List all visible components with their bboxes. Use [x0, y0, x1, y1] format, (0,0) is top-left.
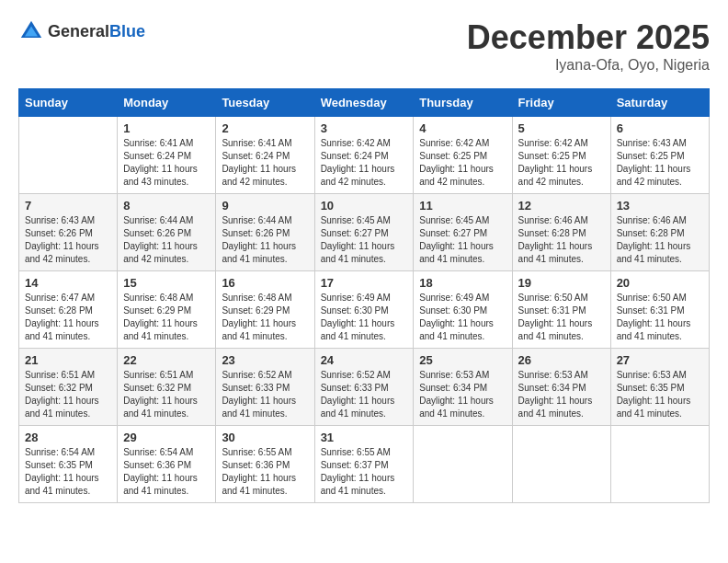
day-info: Sunrise: 6:50 AM Sunset: 6:31 PM Dayligh… [518, 292, 605, 343]
weekday-header-sunday: Sunday [19, 89, 118, 117]
month-title: December 2025 [467, 18, 710, 57]
calendar-cell: 25Sunrise: 6:53 AM Sunset: 6:34 PM Dayli… [414, 349, 512, 426]
day-info: Sunrise: 6:51 AM Sunset: 6:32 PM Dayligh… [25, 369, 111, 420]
calendar-table: SundayMondayTuesdayWednesdayThursdayFrid… [18, 88, 710, 503]
calendar-cell: 15Sunrise: 6:48 AM Sunset: 6:29 PM Dayli… [118, 271, 216, 349]
day-number: 12 [518, 199, 605, 213]
day-number: 15 [123, 276, 210, 290]
calendar-cell: 11Sunrise: 6:45 AM Sunset: 6:27 PM Dayli… [414, 194, 512, 271]
day-info: Sunrise: 6:42 AM Sunset: 6:25 PM Dayligh… [518, 137, 605, 189]
calendar-cell: 21Sunrise: 6:51 AM Sunset: 6:32 PM Dayli… [19, 349, 118, 426]
day-number: 13 [617, 199, 703, 213]
calendar-cell: 14Sunrise: 6:47 AM Sunset: 6:28 PM Dayli… [19, 271, 118, 349]
day-number: 22 [123, 353, 210, 367]
day-number: 2 [222, 121, 308, 135]
day-info: Sunrise: 6:49 AM Sunset: 6:30 PM Dayligh… [321, 292, 408, 343]
day-number: 17 [321, 276, 408, 290]
calendar-cell [414, 426, 512, 503]
day-info: Sunrise: 6:55 AM Sunset: 6:37 PM Dayligh… [321, 446, 408, 498]
day-number: 24 [321, 353, 408, 367]
calendar-cell [19, 117, 118, 194]
calendar-cell: 20Sunrise: 6:50 AM Sunset: 6:31 PM Dayli… [610, 271, 709, 349]
weekday-header-row: SundayMondayTuesdayWednesdayThursdayFrid… [19, 89, 710, 117]
calendar-cell: 8Sunrise: 6:44 AM Sunset: 6:26 PM Daylig… [118, 194, 216, 271]
day-number: 18 [419, 276, 506, 290]
day-info: Sunrise: 6:41 AM Sunset: 6:24 PM Dayligh… [123, 137, 210, 189]
calendar-week-row: 28Sunrise: 6:54 AM Sunset: 6:35 PM Dayli… [19, 426, 710, 503]
day-number: 25 [419, 353, 506, 367]
calendar-cell: 27Sunrise: 6:53 AM Sunset: 6:35 PM Dayli… [610, 349, 709, 426]
calendar-cell [512, 426, 610, 503]
day-number: 19 [518, 276, 605, 290]
day-number: 21 [25, 353, 111, 367]
day-info: Sunrise: 6:46 AM Sunset: 6:28 PM Dayligh… [518, 214, 605, 266]
calendar-week-row: 21Sunrise: 6:51 AM Sunset: 6:32 PM Dayli… [19, 349, 710, 426]
calendar-cell: 30Sunrise: 6:55 AM Sunset: 6:36 PM Dayli… [216, 426, 314, 503]
day-info: Sunrise: 6:45 AM Sunset: 6:27 PM Dayligh… [419, 214, 506, 266]
calendar-cell: 28Sunrise: 6:54 AM Sunset: 6:35 PM Dayli… [19, 426, 118, 503]
calendar-cell: 4Sunrise: 6:42 AM Sunset: 6:25 PM Daylig… [414, 117, 512, 194]
day-info: Sunrise: 6:53 AM Sunset: 6:35 PM Dayligh… [617, 369, 703, 420]
day-number: 23 [222, 353, 308, 367]
logo: GeneralBlue [18, 18, 145, 44]
location-title: Iyana-Ofa, Oyo, Nigeria [467, 57, 710, 74]
day-info: Sunrise: 6:44 AM Sunset: 6:26 PM Dayligh… [222, 214, 308, 266]
calendar-cell: 26Sunrise: 6:53 AM Sunset: 6:34 PM Dayli… [512, 349, 610, 426]
weekday-header-tuesday: Tuesday [216, 89, 314, 117]
day-number: 27 [617, 353, 703, 367]
weekday-header-friday: Friday [512, 89, 610, 117]
day-number: 11 [419, 199, 506, 213]
day-number: 28 [25, 431, 111, 444]
day-info: Sunrise: 6:42 AM Sunset: 6:25 PM Dayligh… [419, 137, 506, 189]
day-info: Sunrise: 6:46 AM Sunset: 6:28 PM Dayligh… [617, 214, 703, 266]
day-number: 3 [321, 121, 408, 135]
day-number: 7 [25, 199, 111, 213]
calendar-cell: 12Sunrise: 6:46 AM Sunset: 6:28 PM Dayli… [512, 194, 610, 271]
calendar-cell: 22Sunrise: 6:51 AM Sunset: 6:32 PM Dayli… [118, 349, 216, 426]
day-info: Sunrise: 6:54 AM Sunset: 6:35 PM Dayligh… [25, 446, 111, 498]
day-info: Sunrise: 6:43 AM Sunset: 6:26 PM Dayligh… [25, 214, 111, 266]
day-info: Sunrise: 6:42 AM Sunset: 6:24 PM Dayligh… [321, 137, 408, 189]
calendar-cell: 13Sunrise: 6:46 AM Sunset: 6:28 PM Dayli… [610, 194, 709, 271]
day-info: Sunrise: 6:52 AM Sunset: 6:33 PM Dayligh… [222, 369, 308, 420]
title-block: December 2025 Iyana-Ofa, Oyo, Nigeria [467, 18, 710, 74]
calendar-week-row: 7Sunrise: 6:43 AM Sunset: 6:26 PM Daylig… [19, 194, 710, 271]
day-info: Sunrise: 6:41 AM Sunset: 6:24 PM Dayligh… [222, 137, 308, 189]
day-number: 16 [222, 276, 308, 290]
weekday-header-saturday: Saturday [610, 89, 709, 117]
day-info: Sunrise: 6:50 AM Sunset: 6:31 PM Dayligh… [617, 292, 703, 343]
day-number: 9 [222, 199, 308, 213]
calendar-cell: 24Sunrise: 6:52 AM Sunset: 6:33 PM Dayli… [314, 349, 414, 426]
day-number: 26 [518, 353, 605, 367]
calendar-cell: 9Sunrise: 6:44 AM Sunset: 6:26 PM Daylig… [216, 194, 314, 271]
day-info: Sunrise: 6:49 AM Sunset: 6:30 PM Dayligh… [419, 292, 506, 343]
day-info: Sunrise: 6:53 AM Sunset: 6:34 PM Dayligh… [518, 369, 605, 420]
day-info: Sunrise: 6:48 AM Sunset: 6:29 PM Dayligh… [222, 292, 308, 343]
weekday-header-monday: Monday [118, 89, 216, 117]
calendar-cell: 1Sunrise: 6:41 AM Sunset: 6:24 PM Daylig… [118, 117, 216, 194]
day-info: Sunrise: 6:47 AM Sunset: 6:28 PM Dayligh… [25, 292, 111, 343]
day-info: Sunrise: 6:48 AM Sunset: 6:29 PM Dayligh… [123, 292, 210, 343]
day-info: Sunrise: 6:55 AM Sunset: 6:36 PM Dayligh… [222, 446, 308, 498]
day-info: Sunrise: 6:51 AM Sunset: 6:32 PM Dayligh… [123, 369, 210, 420]
logo-icon [18, 18, 44, 44]
calendar-cell: 16Sunrise: 6:48 AM Sunset: 6:29 PM Dayli… [216, 271, 314, 349]
day-info: Sunrise: 6:53 AM Sunset: 6:34 PM Dayligh… [419, 369, 506, 420]
calendar-week-row: 1Sunrise: 6:41 AM Sunset: 6:24 PM Daylig… [19, 117, 710, 194]
day-info: Sunrise: 6:44 AM Sunset: 6:26 PM Dayligh… [123, 214, 210, 266]
day-number: 5 [518, 121, 605, 135]
calendar-cell: 10Sunrise: 6:45 AM Sunset: 6:27 PM Dayli… [314, 194, 414, 271]
day-number: 14 [25, 276, 111, 290]
weekday-header-thursday: Thursday [414, 89, 512, 117]
day-info: Sunrise: 6:45 AM Sunset: 6:27 PM Dayligh… [321, 214, 408, 266]
calendar-cell: 19Sunrise: 6:50 AM Sunset: 6:31 PM Dayli… [512, 271, 610, 349]
calendar-cell [610, 426, 709, 503]
day-info: Sunrise: 6:43 AM Sunset: 6:25 PM Dayligh… [617, 137, 703, 189]
calendar-cell: 2Sunrise: 6:41 AM Sunset: 6:24 PM Daylig… [216, 117, 314, 194]
day-number: 8 [123, 199, 210, 213]
calendar-cell: 17Sunrise: 6:49 AM Sunset: 6:30 PM Dayli… [314, 271, 414, 349]
day-number: 4 [419, 121, 506, 135]
page-header: GeneralBlue December 2025 Iyana-Ofa, Oyo… [18, 18, 710, 74]
day-number: 30 [222, 431, 308, 444]
calendar-week-row: 14Sunrise: 6:47 AM Sunset: 6:28 PM Dayli… [19, 271, 710, 349]
